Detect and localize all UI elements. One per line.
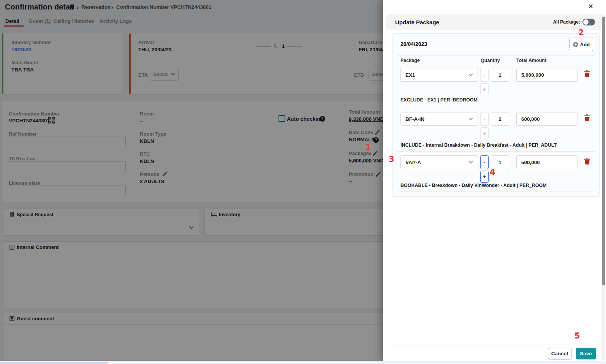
package-date: 20/04/2023 [400, 41, 427, 47]
divider [397, 191, 595, 192]
annotation-1: 1 [365, 143, 371, 152]
quantity-decrease-button[interactable]: - [480, 68, 489, 82]
quantity-increase-button[interactable]: + [480, 83, 489, 95]
column-header-package: Package [400, 58, 420, 63]
quantity-increase-button[interactable]: + [480, 127, 489, 139]
close-icon[interactable]: ✕ [588, 3, 593, 11]
divider [397, 55, 595, 56]
total-amount-input[interactable] [516, 112, 578, 126]
package-description: EXCLUDE - EX1 | PER_BEDROOM [400, 97, 478, 103]
package-select-value: VAP-A [405, 160, 421, 165]
all-package-toggle[interactable] [582, 19, 595, 25]
delete-package-trash-icon[interactable] [584, 70, 590, 77]
chevron-down-icon [468, 73, 473, 76]
quantity-input[interactable] [491, 112, 509, 126]
all-package-label: All Package: [553, 19, 580, 25]
quantity-decrease-button[interactable]: - [480, 155, 489, 169]
scrollbar-thumb[interactable] [602, 17, 605, 285]
cancel-button[interactable]: Cancel [548, 348, 571, 359]
package-select[interactable]: EX1 [400, 68, 478, 82]
save-button[interactable]: Save [576, 348, 596, 359]
footer-divider [386, 345, 600, 345]
quantity-input[interactable] [491, 68, 509, 82]
update-package-drawer: ✕ Update Package All Package: 20/04/2023… [383, 0, 606, 361]
delete-package-trash-icon[interactable] [584, 114, 590, 121]
add-button-label: Add [580, 42, 590, 47]
annotation-4: 4 [490, 168, 495, 177]
package-date-card: 20/04/2023 + Add Package Quantity Total … [392, 33, 600, 197]
total-amount-input[interactable] [516, 155, 578, 169]
drawer-scrollbar[interactable] [601, 14, 605, 361]
divider [397, 151, 595, 152]
total-amount-input[interactable] [516, 68, 578, 82]
chevron-down-icon [468, 161, 473, 164]
package-description: INCLUDE - Internal Breakdown - Daily Bre… [400, 142, 557, 148]
divider [397, 107, 595, 107]
drawer-header: Update Package All Package: [386, 14, 603, 30]
package-description: BOOKABLE - Breakdown - Daily VinWonder -… [400, 183, 547, 188]
chevron-down-icon [468, 117, 473, 120]
drawer-title: Update Package [395, 19, 439, 25]
delete-package-trash-icon[interactable] [584, 158, 590, 165]
quantity-decrease-button[interactable]: - [480, 112, 489, 126]
modal-backdrop[interactable] [0, 0, 383, 361]
add-package-button[interactable]: + Add [570, 38, 593, 51]
horizontal-scrollbar-thumb[interactable] [0, 362, 108, 364]
plus-circle-icon: + [573, 42, 578, 47]
package-select-value: EX1 [405, 72, 415, 78]
package-select-value: BF-A-IN [405, 116, 424, 122]
annotation-2: 2 [578, 28, 584, 37]
column-header-total-amount: Total Amount [516, 58, 546, 63]
annotation-5: 5 [574, 331, 580, 340]
annotation-3: 3 [389, 155, 394, 164]
package-select[interactable]: VAP-A [400, 155, 478, 169]
toggle-knob [583, 19, 589, 25]
reservation-app: Confirmation detail › Reservation › Conf… [0, 0, 606, 364]
column-header-quantity: Quantity [481, 58, 500, 63]
horizontal-scrollbar[interactable] [0, 361, 606, 364]
package-select[interactable]: BF-A-IN [400, 112, 478, 126]
quantity-increase-button[interactable]: + [480, 171, 489, 183]
quantity-input[interactable] [491, 155, 509, 169]
